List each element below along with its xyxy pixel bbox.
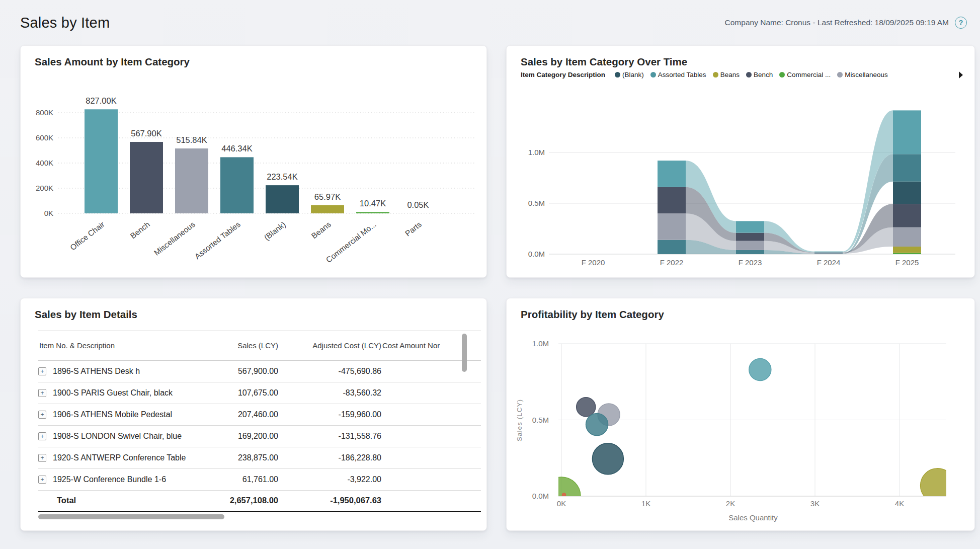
page-title: Sales by Item (20, 15, 110, 31)
x-tick-label: 0K (557, 499, 566, 508)
ribbon-column-segment[interactable] (893, 253, 921, 254)
table-row[interactable]: +1908-S LONDON Swivel Chair, blue169,200… (38, 426, 481, 447)
item-description: 1925-W Conference Bundle 1-6 (53, 475, 166, 484)
ribbon-column-segment[interactable] (814, 253, 843, 254)
legend-dot-icon (837, 72, 843, 77)
x-tick-label: F 2020 (582, 258, 605, 267)
vertical-scrollbar[interactable] (462, 334, 467, 372)
bubble[interactable] (577, 398, 596, 417)
bar[interactable] (311, 205, 344, 213)
ribbon-column-segment[interactable] (658, 240, 686, 254)
legend-dot-icon (615, 72, 620, 77)
bar-value-label: 65.97K (314, 192, 341, 201)
page-header: Sales by Item Company Name: Cronus - Las… (0, 0, 980, 33)
adjusted-cost-value: -475,690.86 (278, 361, 381, 382)
legend-next-icon[interactable] (958, 71, 963, 79)
table-row[interactable]: +1896-S ATHENS Desk h567,900.00-475,690.… (38, 361, 481, 382)
bar[interactable] (130, 142, 163, 213)
y-tick-label: 600K (36, 133, 53, 142)
legend-item-label: Beans (720, 71, 740, 79)
legend-item[interactable]: Bench (746, 71, 773, 79)
expand-row-icon[interactable]: + (38, 476, 46, 484)
legend-item[interactable]: Miscellaneous (837, 71, 888, 79)
x-category-label: Bench (129, 220, 151, 240)
ribbon-column-segment[interactable] (658, 213, 686, 240)
total-adjusted-cost-value: -1,950,067.63 (278, 496, 381, 505)
bar-value-label: 223.54K (267, 172, 297, 181)
x-tick-label: 4K (895, 499, 904, 508)
bar-value-label: 515.84K (176, 135, 207, 144)
table-row[interactable]: +1900-S PARIS Guest Chair, black107,675.… (38, 382, 481, 404)
y-tick-label: 800K (36, 108, 53, 117)
bubble[interactable] (592, 443, 623, 475)
table-row[interactable]: +1925-W Conference Bundle 1-661,761.00-3… (38, 469, 481, 491)
details-table: Item No. & DescriptionSales (LCY)Adjuste… (38, 331, 481, 512)
legend-item[interactable]: Commercial ... (779, 71, 831, 79)
x-tick-label: F 2022 (660, 258, 684, 267)
ribbon-column-segment[interactable] (893, 204, 921, 227)
table-row[interactable]: +1906-S ATHENS Mobile Pedestal207,460.00… (38, 404, 481, 426)
ribbon-column-segment[interactable] (814, 254, 843, 254)
ribbon-column-segment[interactable] (658, 187, 686, 214)
panel-sales-amount-by-category: 800K600K400K200K0K827.00KOffice Chair567… (20, 45, 487, 278)
bubble[interactable] (586, 414, 608, 436)
legend-item-label: (Blank) (622, 71, 644, 79)
bar[interactable] (85, 109, 118, 213)
expand-row-icon[interactable]: + (38, 432, 46, 440)
adjusted-cost-value: -3,922.00 (278, 469, 381, 491)
ribbon-column-segment[interactable] (736, 241, 764, 250)
column-header[interactable]: Sales (LCY) (189, 331, 278, 361)
bar[interactable] (356, 212, 389, 213)
expand-row-icon[interactable]: + (38, 454, 46, 462)
ribbon-column-segment[interactable] (736, 233, 764, 241)
legend-item-label: Bench (754, 71, 773, 79)
ribbon-column-segment[interactable] (893, 154, 921, 182)
x-tick-label: 3K (810, 499, 820, 508)
ribbon-column-segment[interactable] (893, 110, 921, 154)
bubble[interactable] (749, 359, 771, 381)
adjusted-cost-value: -159,960.00 (278, 404, 381, 426)
bar-value-label: 567.90K (131, 129, 161, 138)
ribbon-column-segment[interactable] (814, 252, 843, 253)
legend-item[interactable]: (Blank) (615, 71, 644, 79)
expand-row-icon[interactable]: + (38, 367, 46, 375)
header-right: Company Name: Cronus - Last Refreshed: 1… (725, 17, 967, 29)
ribbon-column-segment[interactable] (736, 221, 764, 232)
total-sales-value: 2,657,108.00 (189, 496, 278, 505)
y-tick-label: 0K (44, 209, 53, 217)
table-row[interactable]: +1920-S ANTWERP Conference Table238,875.… (38, 447, 481, 469)
legend-dot-icon (779, 72, 785, 77)
ribbon-column-segment[interactable] (893, 247, 921, 253)
y-tick-label: 0.0M (528, 250, 545, 258)
ribbon-column-segment[interactable] (814, 253, 843, 253)
horizontal-scrollbar[interactable] (38, 514, 224, 519)
sales-value: 61,761.00 (189, 469, 278, 491)
legend-item[interactable]: Beans (713, 71, 740, 79)
company-refresh-info: Company Name: Cronus - Last Refreshed: 1… (725, 18, 949, 27)
total-label: Total (38, 496, 189, 505)
x-category-label: Parts (403, 220, 423, 238)
bar[interactable] (220, 157, 254, 213)
ribbon-column-segment[interactable] (893, 227, 921, 247)
bar[interactable] (175, 148, 208, 213)
ribbon-column-segment[interactable] (736, 250, 764, 254)
scatter-title: Profitability by Item Category (521, 308, 664, 321)
table-scroll-area[interactable]: +1896-S ATHENS Desk h567,900.00-475,690.… (38, 361, 481, 491)
ribbon-column-segment[interactable] (658, 161, 686, 187)
ribbon-column-segment[interactable] (893, 182, 921, 204)
column-header[interactable]: Item No. & Description (38, 331, 189, 361)
bar[interactable] (266, 185, 299, 213)
expand-row-icon[interactable]: + (38, 389, 46, 397)
legend-item[interactable]: Assorted Tables (650, 71, 706, 79)
bar-value-label: 10.47K (360, 199, 386, 208)
table-header-row: Item No. & DescriptionSales (LCY)Adjuste… (38, 331, 481, 361)
expand-row-icon[interactable]: + (38, 411, 46, 419)
legend-dot-icon (650, 72, 656, 77)
dashboard: Sales by Item Company Name: Cronus - Las… (0, 0, 980, 549)
bubble[interactable] (921, 468, 955, 503)
x-category-label: (Blank) (263, 220, 287, 242)
adjusted-cost-value: -186,228.80 (278, 447, 381, 469)
bar-value-label: 0.05K (407, 200, 429, 209)
column-header[interactable]: Adjusted Cost (LCY) (278, 331, 381, 361)
help-icon[interactable]: ? (955, 17, 967, 29)
